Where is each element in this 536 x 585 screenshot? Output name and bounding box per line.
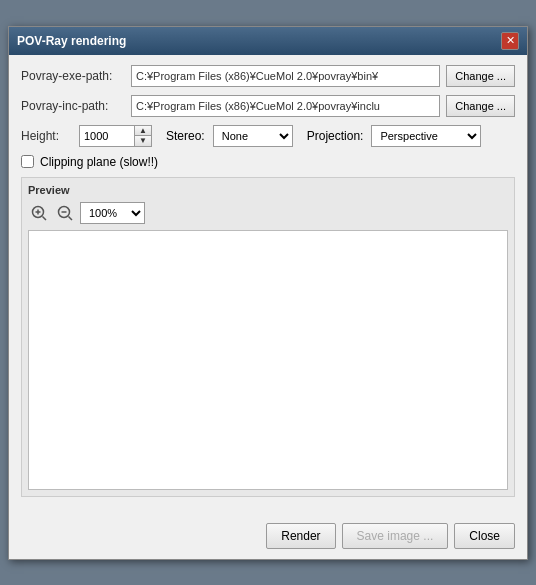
zoom-out-button[interactable]: [54, 202, 76, 224]
clipping-row: Clipping plane (slow!!): [21, 155, 515, 169]
stereo-select[interactable]: None Left Right Cross-eyed Parallel: [213, 125, 293, 147]
projection-label: Projection:: [307, 129, 364, 143]
change-inc-button[interactable]: Change ...: [446, 95, 515, 117]
zoom-in-icon: [30, 204, 48, 222]
height-label: Height:: [21, 129, 71, 143]
exe-path-row: Povray-exe-path: Change ...: [21, 65, 515, 87]
change-exe-button[interactable]: Change ...: [446, 65, 515, 87]
inc-path-input[interactable]: [131, 95, 440, 117]
exe-path-input[interactable]: [131, 65, 440, 87]
zoom-out-icon: [56, 204, 74, 222]
close-button[interactable]: Close: [454, 523, 515, 549]
height-input[interactable]: [79, 125, 134, 147]
preview-canvas: [28, 230, 508, 490]
height-spinbox: ▲ ▼: [79, 125, 152, 147]
dialog-body: Povray-exe-path: Change ... Povray-inc-p…: [9, 55, 527, 517]
save-image-button[interactable]: Save image ...: [342, 523, 449, 549]
height-spin-up[interactable]: ▲: [135, 126, 151, 136]
inc-path-row: Povray-inc-path: Change ...: [21, 95, 515, 117]
footer: Render Save image ... Close: [9, 517, 527, 559]
svg-line-5: [69, 216, 73, 220]
pov-ray-dialog: POV-Ray rendering ✕ Povray-exe-path: Cha…: [8, 26, 528, 560]
clipping-label[interactable]: Clipping plane (slow!!): [40, 155, 158, 169]
height-spin-buttons: ▲ ▼: [134, 125, 152, 147]
preview-label: Preview: [28, 184, 508, 196]
stereo-label: Stereo:: [166, 129, 205, 143]
title-bar: POV-Ray rendering ✕: [9, 27, 527, 55]
svg-line-1: [43, 216, 47, 220]
zoom-toolbar: 25% 50% 75% 100% 150% 200%: [28, 202, 508, 224]
render-button[interactable]: Render: [266, 523, 335, 549]
height-spin-down[interactable]: ▼: [135, 136, 151, 146]
window-close-button[interactable]: ✕: [501, 32, 519, 50]
dialog-title: POV-Ray rendering: [17, 34, 126, 48]
clipping-checkbox[interactable]: [21, 155, 34, 168]
inc-path-label: Povray-inc-path:: [21, 99, 131, 113]
zoom-select[interactable]: 25% 50% 75% 100% 150% 200%: [80, 202, 145, 224]
preview-group: Preview: [21, 177, 515, 497]
zoom-in-button[interactable]: [28, 202, 50, 224]
exe-path-label: Povray-exe-path:: [21, 69, 131, 83]
projection-select[interactable]: Perspective Orthographic: [371, 125, 481, 147]
options-row: Height: ▲ ▼ Stereo: None Left Right Cros…: [21, 125, 515, 147]
